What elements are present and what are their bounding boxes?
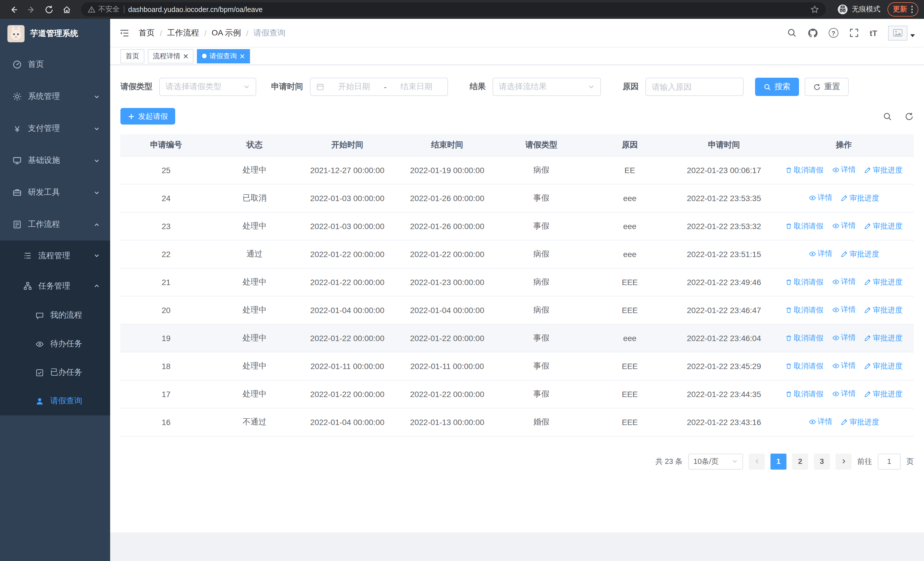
bookmark-star-icon[interactable] (810, 5, 819, 14)
chevron-left-icon (754, 458, 760, 465)
cancel-leave-link[interactable]: 取消请假 (785, 277, 823, 287)
delete-icon (785, 363, 792, 370)
search-icon[interactable] (787, 28, 797, 38)
start-date-placeholder: 开始日期 (329, 82, 379, 92)
sidebar-item-label: 我的流程 (50, 310, 82, 320)
col-header-start: 开始时间 (297, 134, 397, 156)
font-size-icon[interactable]: tT (870, 28, 877, 38)
tab-label: 请假查询 (210, 51, 237, 61)
page-button-3[interactable]: 3 (814, 453, 830, 469)
browser-refresh-icon[interactable] (41, 2, 57, 17)
details-link[interactable]: 详情 (832, 333, 856, 343)
avatar (888, 26, 908, 40)
sidebar-item-done-tasks[interactable]: 已办任务 (0, 358, 110, 387)
approval-progress-link[interactable]: 审批进度 (864, 221, 903, 232)
sidebar-item-infrastructure[interactable]: 基础设施 (0, 144, 110, 176)
sidebar-item-leave-query[interactable]: 请假查询 (0, 387, 110, 415)
breadcrumb-separator: / (204, 28, 207, 38)
actions-cell: 详情 审批进度 (774, 408, 914, 436)
approval-progress-link[interactable]: 审批进度 (864, 361, 903, 371)
user-menu[interactable] (888, 26, 915, 40)
next-page-button[interactable] (836, 453, 852, 469)
browser-back-icon[interactable] (6, 2, 21, 17)
details-link[interactable]: 详情 (832, 165, 856, 175)
breadcrumb-workflow[interactable]: 工作流程 (167, 28, 199, 38)
sidebar-item-process-management[interactable]: 流程管理 (0, 241, 110, 271)
cancel-leave-link[interactable]: 取消请假 (785, 361, 823, 371)
details-link[interactable]: 详情 (832, 389, 856, 399)
cancel-leave-link[interactable]: 取消请假 (785, 165, 823, 175)
page-button-1[interactable]: 1 (771, 453, 786, 469)
sidebar-item-todo-tasks[interactable]: 待办任务 (0, 329, 110, 358)
page-button-2[interactable]: 2 (792, 453, 808, 469)
actions-cell: 详情 审批进度 (774, 240, 914, 268)
eye-icon (808, 194, 816, 202)
cancel-leave-link[interactable]: 取消请假 (785, 221, 823, 232)
sidebar-collapse-icon[interactable] (119, 28, 129, 38)
tab-process-detail[interactable]: 流程详情 (148, 49, 194, 63)
address-bar[interactable]: 不安全 dashboard.yudao.iocoder.cn/bpm/oa/le… (81, 2, 825, 17)
reset-button[interactable]: 重置 (805, 78, 849, 96)
sidebar-item-label: 首页 (28, 59, 44, 70)
breadcrumb-home[interactable]: 首页 (139, 28, 154, 38)
actions-cell: 取消请假 详情 审批进度 (774, 156, 914, 184)
browser-home-icon[interactable] (59, 2, 74, 17)
github-icon[interactable] (808, 28, 818, 38)
approval-progress-link[interactable]: 审批进度 (864, 389, 903, 399)
reason-input[interactable] (645, 78, 744, 96)
toggle-search-icon[interactable] (883, 112, 892, 121)
prev-page-button[interactable] (749, 453, 765, 469)
sidebar-item-devtools[interactable]: 研发工具 (0, 176, 110, 209)
goto-page-input[interactable] (878, 453, 901, 469)
user-icon (35, 397, 44, 405)
sidebar-item-system[interactable]: 系统管理 (0, 81, 110, 113)
incognito-label: 无痕模式 (852, 5, 880, 14)
details-link[interactable]: 详情 (808, 249, 832, 259)
date-range-picker[interactable]: 开始日期 - 结束日期 (310, 78, 448, 96)
sidebar-item-task-management[interactable]: 任务管理 (0, 271, 110, 301)
result-select[interactable]: 请选择流结果 (492, 78, 601, 96)
approval-progress-link[interactable]: 审批进度 (864, 165, 903, 175)
cancel-leave-link[interactable]: 取消请假 (785, 305, 823, 315)
app-logo[interactable]: 芋道管理系统 (0, 19, 110, 48)
search-icon (764, 83, 771, 90)
cancel-leave-link[interactable]: 取消请假 (785, 389, 823, 399)
refresh-table-icon[interactable] (904, 112, 914, 121)
sidebar-item-home[interactable]: 首页 (0, 48, 110, 81)
leave-type-select[interactable]: 请选择请假类型 (159, 78, 256, 96)
search-button[interactable]: 搜索 (755, 78, 799, 96)
approval-progress-link[interactable]: 审批进度 (841, 193, 879, 203)
page-size-select[interactable]: 10条/页 (688, 453, 743, 469)
approval-progress-link[interactable]: 审批进度 (841, 417, 879, 427)
browser-update-menu[interactable]: 更新 (887, 2, 918, 17)
approval-progress-link[interactable]: 审批进度 (864, 277, 903, 287)
tab-label: 流程详情 (153, 51, 180, 61)
sidebar-item-my-process[interactable]: 我的流程 (0, 301, 110, 329)
details-link[interactable]: 详情 (832, 361, 856, 371)
approval-progress-link[interactable]: 审批进度 (864, 333, 903, 343)
security-chip[interactable]: 不安全 (88, 5, 120, 14)
chevron-right-icon (840, 458, 847, 465)
create-leave-button[interactable]: 发起请假 (120, 108, 175, 125)
breadcrumb-oa-example[interactable]: OA 示例 (212, 28, 241, 38)
tab-leave-query[interactable]: 请假查询 (197, 49, 250, 63)
close-icon[interactable] (240, 53, 245, 59)
cancel-leave-link[interactable]: 取消请假 (785, 333, 823, 343)
fullscreen-icon[interactable] (849, 28, 859, 38)
browser-forward-icon[interactable] (23, 2, 39, 17)
sidebar-item-workflow[interactable]: 工作流程 (0, 209, 110, 241)
range-separator: - (384, 82, 386, 92)
details-link[interactable]: 详情 (832, 277, 856, 287)
details-link[interactable]: 详情 (832, 221, 856, 231)
details-link[interactable]: 详情 (832, 305, 856, 315)
approval-progress-link[interactable]: 审批进度 (841, 249, 879, 259)
sidebar-item-payment[interactable]: ¥ 支付管理 (0, 113, 110, 144)
close-icon[interactable] (183, 53, 188, 59)
details-link[interactable]: 详情 (808, 417, 832, 427)
approval-progress-link[interactable]: 审批进度 (864, 305, 903, 315)
edit-icon (864, 279, 871, 286)
screen: 不安全 dashboard.yudao.iocoder.cn/bpm/oa/le… (0, 0, 924, 561)
tab-home[interactable]: 首页 (120, 49, 144, 63)
details-link[interactable]: 详情 (808, 193, 832, 203)
help-icon[interactable]: ? (829, 28, 838, 38)
